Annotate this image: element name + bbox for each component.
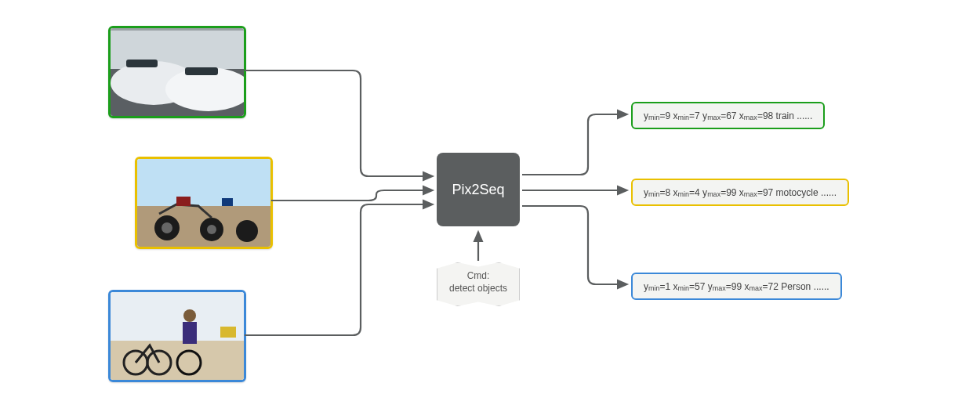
svg-rect-14 — [176, 197, 191, 206]
svg-rect-6 — [111, 28, 244, 31]
svg-point-10 — [162, 222, 172, 233]
svg-rect-7 — [137, 159, 270, 206]
model-box: Pix2Seq — [437, 153, 520, 226]
output-motocycle-text: ymin=8 xmin=4 ymax=99 xmax=97 motocycle … — [644, 187, 837, 198]
svg-rect-21 — [183, 322, 197, 344]
svg-rect-15 — [222, 198, 233, 206]
output-train-text: ymin=9 xmin=7 ymax=67 xmax=98 train ....… — [644, 110, 812, 121]
cmd-flag: Cmd: detect objects — [437, 262, 520, 306]
svg-point-13 — [236, 220, 258, 242]
svg-rect-5 — [185, 67, 218, 75]
input-image-train — [108, 26, 246, 118]
model-label: Pix2Seq — [452, 182, 504, 198]
output-person-text: ymin=1 xmin=57 ymax=99 xmax=72 Person ..… — [644, 281, 829, 292]
svg-rect-23 — [220, 327, 236, 338]
diagram-canvas: { "model_label": "Pix2Seq", "cmd_line1":… — [0, 0, 980, 401]
input-image-person — [108, 290, 246, 382]
svg-rect-4 — [126, 60, 158, 67]
input-image-motocycle — [135, 157, 273, 249]
output-train: ymin=9 xmin=7 ymax=67 xmax=98 train ....… — [631, 102, 825, 129]
output-motocycle: ymin=8 xmin=4 ymax=99 xmax=97 motocycle … — [631, 179, 849, 206]
output-person: ymin=1 xmin=57 ymax=99 xmax=72 Person ..… — [631, 273, 842, 300]
cmd-line1: Cmd: — [437, 269, 519, 282]
svg-point-22 — [183, 309, 196, 322]
cmd-line2: detect objects — [437, 282, 519, 294]
svg-point-12 — [207, 225, 216, 234]
